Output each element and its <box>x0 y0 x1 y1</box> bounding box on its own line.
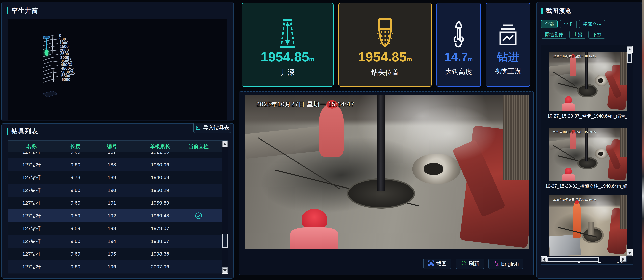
filter-button-全部[interactable]: 全部 <box>541 20 558 28</box>
cell-cum: 1988.67 <box>141 235 179 248</box>
visual-condition-value: 钻进 <box>497 51 519 63</box>
wellbore-3d-view[interactable]: MD (m) 050010001500200025003000350040004… <box>8 20 227 120</box>
scene-w2b <box>562 174 575 181</box>
button-label: English <box>501 261 519 267</box>
cell-current <box>182 152 214 158</box>
table-header-row: 名称长度编号单根累长当前立柱 <box>8 141 222 153</box>
screenshot-thumbnail[interactable]: 2025年10月27日 星期一 15:29:0510-27_15-29-02_接… <box>550 128 626 181</box>
scene-w1-worker <box>319 104 344 157</box>
table-scroll-down-button[interactable] <box>222 267 228 273</box>
thumbnail-timestamp-overlay: 2025年10月25日 星期六 21:30:40 <box>553 198 596 202</box>
filter-button-上提[interactable]: 上提 <box>569 31 586 39</box>
preview-scrollbar-thumb[interactable] <box>627 53 632 63</box>
bit-position-marker <box>45 50 48 56</box>
thumbnail-list: 2025年10月27日 星期一 15:29:3310-27_15-29-37_坐… <box>541 45 633 264</box>
scene-w2h <box>565 96 572 104</box>
preview-scrollbar-track[interactable] <box>627 46 632 256</box>
scene-w1-worker <box>570 56 576 76</box>
bit-position-label: 钻头位置 <box>371 68 399 77</box>
cell-number: 190 <box>92 184 131 197</box>
filter-button-下放[interactable]: 下放 <box>588 31 605 39</box>
table-row[interactable]: 127钻杆9.731891940.69 <box>8 171 222 184</box>
table-row[interactable]: 127钻杆9.691951998.36 <box>8 248 222 260</box>
cell-length: 9.73 <box>56 171 95 184</box>
cell-name: 127钻杆 <box>12 235 51 248</box>
tools-panel-header: 钻具列表 <box>7 127 38 135</box>
scene-steam <box>398 103 500 164</box>
cell-name: 127钻杆 <box>12 158 51 171</box>
cell-number: 194 <box>92 235 131 248</box>
table-row[interactable]: 127钻杆9.591921969.48 <box>8 209 222 222</box>
table-row[interactable]: 127钻杆9.601881930.96 <box>8 158 222 171</box>
clipped-table-row: 127钻杆9.601871921.36 <box>8 152 222 158</box>
wellbore-bottom-cube <box>43 91 57 97</box>
arrow-up-icon <box>223 143 226 145</box>
preview-hscrollbar-thumb[interactable] <box>547 257 599 262</box>
table-row[interactable]: 127钻杆9.601901950.29 <box>8 184 222 197</box>
cell-cum: 1959.89 <box>141 197 179 209</box>
cell-length: 9.60 <box>56 158 95 171</box>
scene-w2h <box>565 168 572 174</box>
cell-cum: 1998.36 <box>141 248 179 260</box>
table-row[interactable]: 127钻杆9.591931979.07 <box>8 222 222 235</box>
table-scrollbar-thumb[interactable] <box>222 233 228 248</box>
cell-current <box>182 260 214 273</box>
table-row[interactable]: 127钻杆9.601941988.67 <box>8 235 222 248</box>
cell-name: 127钻杆 <box>12 209 51 222</box>
cell-current <box>182 209 214 222</box>
screenshot-preview-panel: 截图预览 全部坐卡接卸立柱原地悬停上提下放 2025年10月27日 星期一 15… <box>536 2 642 279</box>
thumbnail-image: 2025年10月25日 星期六 21:30:40 <box>550 195 626 256</box>
title-accent-bar <box>7 128 8 135</box>
filter-button-坐卡[interactable]: 坐卡 <box>560 20 577 28</box>
well-depth-value: 1954.85m <box>260 50 314 64</box>
cell-name: 127钻杆 <box>12 171 51 184</box>
scene-stack <box>620 195 626 229</box>
column-header: 名称 <box>12 141 51 152</box>
table-row[interactable]: 127钻杆9.601962007.96 <box>8 260 222 273</box>
screenshot-thumbnail[interactable]: 2025年10月25日 星期六 21:30:402025-10-25_21-30… <box>550 195 626 256</box>
button-label: 截图 <box>436 260 447 267</box>
screenshot-thumbnail[interactable]: 2025年10月27日 星期一 15:29:3310-27_15-29-37_坐… <box>550 52 626 111</box>
table-scroll-up-button[interactable] <box>222 141 228 147</box>
refresh-button[interactable]: 刷新 <box>456 258 484 269</box>
live-video-feed[interactable]: 2025年10月27日 星期一 15:34:47 <box>245 95 528 249</box>
table-scrollbar-track[interactable] <box>222 141 228 274</box>
table-row[interactable]: 127钻杆9.601871921.36 <box>8 152 222 158</box>
preview-scroll-up-button[interactable] <box>627 47 632 52</box>
drill-tools-panel: 钻具列表 导入钻具表 名称长度编号单根累长当前立柱 127钻杆9.6018719… <box>1 123 234 279</box>
screenshot-scissors-icon <box>428 260 434 267</box>
cell-length: 9.60 <box>56 184 95 197</box>
thumbnail-timestamp-overlay: 2025年10月27日 星期一 15:29:05 <box>553 130 596 134</box>
preview-panel-header: 截图预览 <box>541 7 572 15</box>
cell-name: 127钻杆 <box>12 248 51 260</box>
cell-cum: 2007.96 <box>141 260 179 273</box>
scene-spool2 <box>424 163 444 175</box>
preview-scroll-right-button[interactable] <box>621 257 626 262</box>
import-drill-table-button[interactable]: 导入钻具表 <box>193 123 231 133</box>
translate-icon: A文 <box>493 260 499 267</box>
table-row[interactable]: 127钻杆9.601911959.89 <box>8 197 222 209</box>
import-button-label: 导入钻具表 <box>203 124 229 131</box>
cell-cum: 1979.07 <box>141 222 179 235</box>
cell-number: 191 <box>92 197 131 209</box>
thumbnail-image: 2025年10月27日 星期一 15:29:05 <box>550 128 626 181</box>
drill-tools-table: 名称长度编号单根累长当前立柱 127钻杆9.601871921.36127钻杆9… <box>8 140 228 274</box>
column-header: 当前立柱 <box>182 141 214 152</box>
preview-scroll-left-button[interactable] <box>541 257 546 262</box>
filter-button-接卸立柱[interactable]: 接卸立柱 <box>579 20 605 28</box>
well-depth-label: 井深 <box>280 68 295 77</box>
screenshot-button[interactable]: 截图 <box>423 258 452 269</box>
language-toggle-button[interactable]: A文English <box>488 258 524 269</box>
title-accent-bar <box>541 8 543 14</box>
cell-name: 127钻杆 <box>12 260 51 273</box>
table-body: 127钻杆9.601871921.36127钻杆9.601881930.9612… <box>8 152 222 274</box>
preview-scroll-down-button[interactable] <box>627 250 632 256</box>
column-header: 长度 <box>56 141 95 152</box>
stat-card-well-depth: 1954.85m 井深 <box>242 3 334 87</box>
scene-w2b <box>562 103 575 111</box>
arrow-up-icon <box>628 48 631 50</box>
arrow-down-icon <box>628 252 631 254</box>
cell-current <box>182 197 214 209</box>
filter-button-原地悬停[interactable]: 原地悬停 <box>541 31 567 39</box>
video-timestamp-overlay: 2025年10月27日 星期一 15:34:47 <box>256 100 354 108</box>
